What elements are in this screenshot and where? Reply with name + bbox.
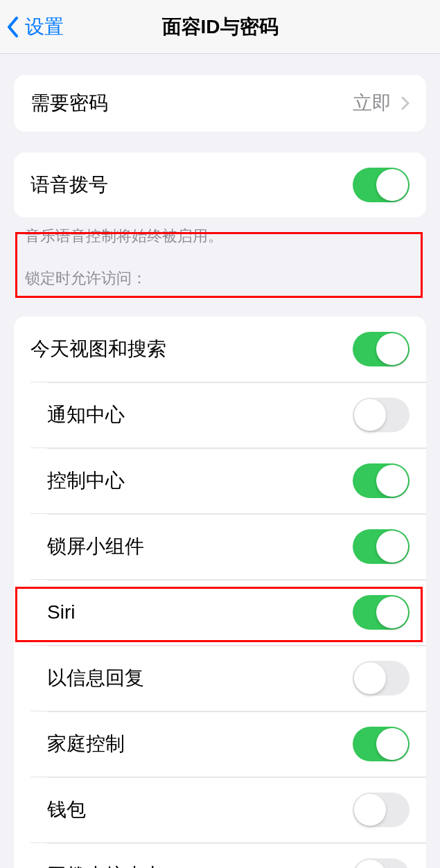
chevron-left-icon	[7, 17, 19, 37]
require-passcode-label: 需要密码	[30, 90, 108, 116]
lock-access-label: 钱包	[47, 797, 86, 823]
lock-access-toggle[interactable]	[353, 398, 410, 432]
voice-dial-toggle[interactable]	[353, 168, 410, 202]
lock-access-toggle[interactable]	[353, 595, 410, 630]
lock-access-group: 今天视图和搜索通知中心控制中心锁屏小组件Siri以信息回复家庭控制钱包回拨未接来…	[14, 317, 426, 868]
voice-dial-row: 语音拨号	[14, 152, 426, 218]
lock-access-row: 钱包	[30, 777, 426, 842]
lock-access-row: 以信息回复	[30, 645, 426, 711]
back-label: 设置	[25, 14, 64, 40]
lock-access-header: 锁定时允许访问：	[0, 247, 440, 296]
lock-access-toggle[interactable]	[353, 529, 410, 564]
lock-access-row: 通知中心	[30, 382, 426, 448]
lock-access-toggle[interactable]	[353, 792, 410, 827]
lock-access-row: 家庭控制	[30, 711, 426, 777]
lock-access-row: 锁屏小组件	[30, 513, 426, 579]
require-passcode-row[interactable]: 需要密码 立即	[14, 75, 426, 132]
require-passcode-group: 需要密码 立即	[14, 75, 426, 132]
lock-access-toggle[interactable]	[353, 858, 410, 868]
lock-access-label: Siri	[47, 601, 75, 623]
lock-access-row: 回拨未接来电	[30, 842, 426, 868]
settings-scroll[interactable]: 需要密码 立即 语音拨号 音乐语音控制将始终被启用。 锁定时允许访问： 今天视图…	[0, 75, 440, 868]
voice-dial-footer: 音乐语音控制将始终被启用。	[0, 218, 440, 247]
lock-access-label: 今天视图和搜索	[30, 336, 166, 362]
lock-access-row: 今天视图和搜索	[14, 317, 426, 382]
page-title: 面容ID与密码	[162, 14, 279, 40]
lock-access-label: 以信息回复	[47, 665, 144, 691]
lock-access-label: 锁屏小组件	[47, 533, 144, 560]
lock-access-toggle[interactable]	[353, 332, 410, 366]
lock-access-toggle[interactable]	[353, 661, 410, 696]
back-button[interactable]: 设置	[0, 14, 64, 40]
voice-dial-label: 语音拨号	[30, 172, 108, 198]
lock-access-toggle[interactable]	[353, 727, 410, 761]
navigation-header: 设置 面容ID与密码	[0, 0, 440, 54]
lock-access-toggle[interactable]	[353, 463, 410, 498]
lock-access-label: 回拨未接来电	[47, 862, 164, 868]
lock-access-row: 控制中心	[30, 448, 426, 513]
lock-access-row: Siri	[30, 579, 426, 645]
lock-access-label: 通知中心	[47, 402, 125, 428]
voice-dial-group: 语音拨号	[14, 152, 426, 218]
require-passcode-value: 立即	[353, 90, 391, 116]
chevron-right-icon	[401, 96, 410, 110]
lock-access-label: 控制中心	[47, 468, 125, 494]
lock-access-label: 家庭控制	[47, 731, 125, 757]
